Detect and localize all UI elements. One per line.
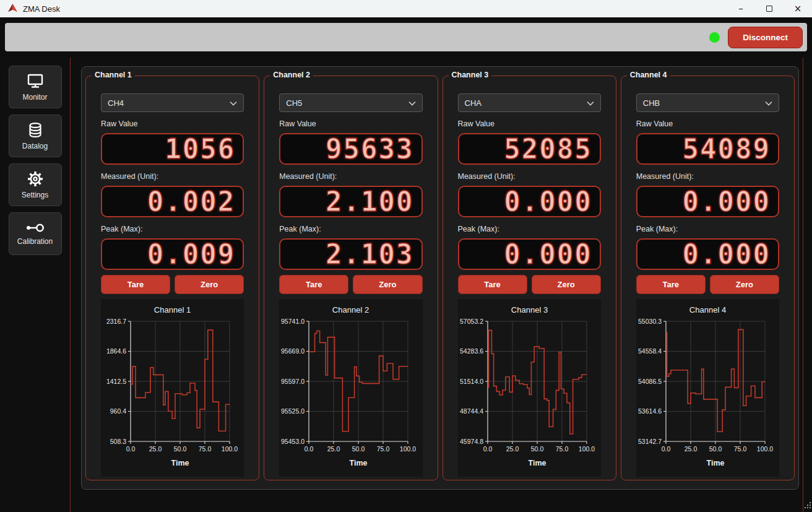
peak-value-display: 0.009 <box>101 238 244 270</box>
channel-chart: Channel 1508.3960.41412.51864.62316.70.0… <box>101 299 244 477</box>
y-tick-label: 54086.5 <box>638 378 662 385</box>
selected-channel-value: CH5 <box>286 98 302 108</box>
measured-label: Measured (Unit): <box>101 172 244 181</box>
tare-button[interactable]: Tare <box>101 275 170 294</box>
zero-button[interactable]: Zero <box>175 275 244 294</box>
chart-title: Channel 4 <box>689 305 726 315</box>
measured-value-display: 0.000 <box>636 186 779 217</box>
x-tick-label: 75.0 <box>555 445 568 453</box>
raw-value-display: 52085 <box>458 133 601 165</box>
channel-panel-4: Channel 4 CHB Raw Value 54089 Measured (… <box>621 76 795 480</box>
y-tick-label: 53142.7 <box>638 438 662 445</box>
raw-value-label: Raw Value <box>636 119 779 128</box>
channel-chart: Channel 453142.753614.654086.554558.4550… <box>636 299 779 477</box>
y-tick-label: 95597.0 <box>281 378 304 385</box>
measured-value-display: 0.002 <box>101 186 244 217</box>
measured-value-display: 0.000 <box>458 186 601 217</box>
peak-label: Peak (Max): <box>458 225 601 233</box>
app-logo-icon <box>7 3 18 15</box>
chart-svg: Channel 295453.095525.095597.095669.0957… <box>279 299 422 477</box>
sidebar-item-calibration[interactable]: Calibration <box>9 212 62 255</box>
chevron-down-icon <box>230 98 237 108</box>
y-tick-label: 95741.0 <box>281 318 304 325</box>
selected-channel-value: CH4 <box>108 98 124 108</box>
x-tick-label: 0.0 <box>661 445 670 453</box>
x-tick-label: 25.0 <box>506 445 519 453</box>
channel-select-dropdown[interactable]: CHB <box>636 93 779 112</box>
maximize-button[interactable] <box>755 0 784 17</box>
x-tick-label: 0.0 <box>304 445 314 453</box>
sidebar-item-settings[interactable]: Settings <box>9 163 62 206</box>
selected-channel-value: CHA <box>465 98 482 108</box>
peak-value-display: 0.000 <box>636 238 779 270</box>
chart-svg: Channel 1508.3960.41412.51864.62316.70.0… <box>101 299 244 477</box>
measured-label: Measured (Unit): <box>636 172 779 181</box>
x-tick-label: 50.0 <box>174 445 187 453</box>
zero-button[interactable]: Zero <box>353 275 422 294</box>
x-tick-label: 50.0 <box>709 445 722 453</box>
channel-panel-2: Channel 2 CH5 Raw Value 95633 Measured (… <box>264 76 438 480</box>
peak-label: Peak (Max): <box>101 225 244 233</box>
tare-button[interactable]: Tare <box>458 275 527 294</box>
x-tick-label: 100.0 <box>578 445 594 453</box>
tare-button[interactable]: Tare <box>279 275 348 294</box>
channel-select-dropdown[interactable]: CHA <box>458 93 601 112</box>
peak-value-display: 2.103 <box>279 238 422 270</box>
y-tick-label: 51514.0 <box>460 378 483 385</box>
x-tick-label: 0.0 <box>126 445 136 453</box>
x-axis-label: Time <box>171 459 189 467</box>
monitor-view: Channel 1 CH4 Raw Value 1056 Measured (U… <box>71 58 812 512</box>
y-tick-label: 1864.6 <box>106 347 126 355</box>
y-tick-label: 960.4 <box>110 407 126 415</box>
raw-value-digits: 52085 <box>504 136 592 163</box>
y-tick-label: 57053.2 <box>460 318 483 325</box>
sidebar-item-label: Datalog <box>22 142 48 150</box>
sidebar: Monitor Datalog <box>0 58 71 512</box>
zero-button[interactable]: Zero <box>710 275 779 294</box>
x-tick-label: 25.0 <box>149 445 162 453</box>
maximize-icon <box>766 6 772 12</box>
raw-value-digits: 54089 <box>683 136 771 163</box>
sidebar-item-label: Settings <box>22 191 48 199</box>
x-tick-label: 100.0 <box>757 445 773 453</box>
sidebar-item-monitor[interactable]: Monitor <box>9 66 62 108</box>
y-tick-label: 95669.0 <box>281 347 304 355</box>
accent-border-line <box>803 58 803 512</box>
peak-value-digits: 2.103 <box>326 241 413 268</box>
zero-button[interactable]: Zero <box>532 275 601 294</box>
sidebar-item-datalog[interactable]: Datalog <box>9 115 62 157</box>
close-button[interactable]: × <box>784 0 812 17</box>
y-tick-label: 55030.3 <box>638 318 662 325</box>
x-tick-label: 100.0 <box>222 445 238 453</box>
y-tick-label: 48744.4 <box>460 407 483 415</box>
chart-svg: Channel 345974.848744.451514.054283.6570… <box>458 299 601 477</box>
x-tick-label: 25.0 <box>685 445 698 453</box>
y-tick-label: 95453.0 <box>281 438 304 445</box>
x-tick-label: 75.0 <box>377 445 390 453</box>
channel-panel-1: Channel 1 CH4 Raw Value 1056 Measured (U… <box>85 76 259 480</box>
x-tick-label: 75.0 <box>734 445 747 453</box>
y-tick-label: 95525.0 <box>281 407 304 415</box>
minimize-button[interactable]: – <box>727 0 755 17</box>
raw-value-display: 54089 <box>636 133 779 165</box>
x-axis-label: Time <box>528 459 546 467</box>
disconnect-button[interactable]: Disconnect <box>728 27 803 48</box>
channel-panel-3: Channel 3 CHA Raw Value 52085 Measured (… <box>443 76 616 480</box>
y-tick-label: 2316.7 <box>106 318 126 325</box>
resize-grip[interactable] <box>805 500 811 511</box>
peak-value-digits: 0.000 <box>504 241 592 268</box>
connection-status-indicator <box>709 32 720 43</box>
channel-select-dropdown[interactable]: CH4 <box>101 93 244 112</box>
x-axis-label: Time <box>350 459 368 467</box>
x-tick-label: 100.0 <box>400 445 416 453</box>
channel-select-dropdown[interactable]: CH5 <box>279 93 422 112</box>
peak-value-digits: 0.009 <box>147 241 235 268</box>
database-icon <box>27 121 44 139</box>
measured-value-digits: 0.002 <box>147 188 235 215</box>
sidebar-item-label: Monitor <box>22 93 47 102</box>
window-title: ZMA Desk <box>23 4 60 14</box>
tare-button[interactable]: Tare <box>636 275 706 294</box>
raw-value-display: 1056 <box>101 133 244 165</box>
x-tick-label: 50.0 <box>352 445 365 453</box>
peak-value-display: 0.000 <box>458 238 601 270</box>
